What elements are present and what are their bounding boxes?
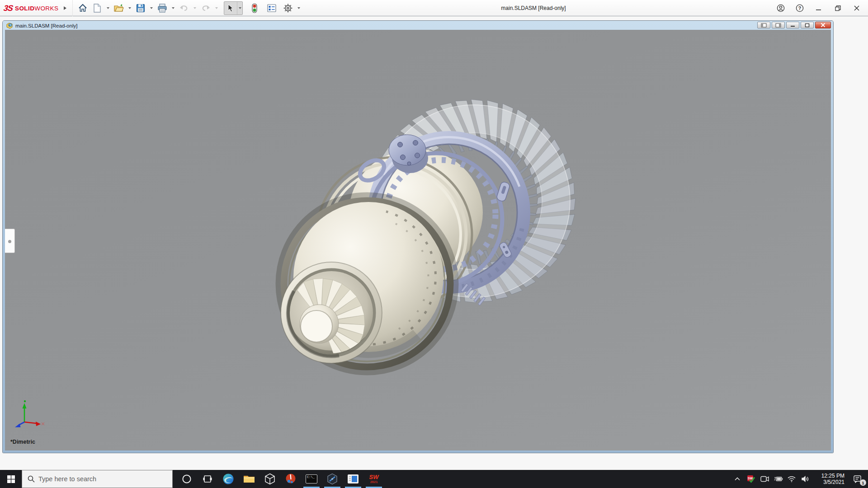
doc-split-left-button[interactable] [757, 22, 770, 28]
undo-dropdown [192, 2, 198, 14]
undo-button[interactable] [178, 2, 190, 14]
doc-restore-button[interactable] [801, 22, 814, 28]
taskbar-app-snip[interactable] [280, 470, 301, 488]
taskbar-app-command-prompt[interactable]: C:\_ [301, 470, 322, 488]
search-input[interactable] [38, 475, 156, 483]
system-tray: SW 12:25 PM 3/5/2021 1 [731, 470, 868, 488]
taskbar-app-edge[interactable] [218, 470, 239, 488]
feature-manager-collapsed-tab[interactable] [5, 229, 15, 253]
notification-badge: 1 [860, 479, 866, 486]
display-options-button[interactable] [265, 2, 278, 14]
document-window: main.SLDASM [Read-only] [3, 21, 833, 453]
open-folder-icon [114, 4, 124, 13]
quick-access-toolbar [72, 0, 302, 16]
start-button[interactable] [0, 470, 22, 488]
menu-expand-arrow-icon[interactable] [64, 6, 66, 10]
cortana-icon [182, 474, 192, 484]
tray-solidworks-status[interactable]: SW [745, 470, 757, 488]
panel-expand-handle [8, 240, 11, 243]
tray-meet-now[interactable] [759, 470, 770, 488]
doc-split-right-button[interactable] [772, 22, 785, 28]
tray-battery[interactable] [772, 470, 784, 488]
solidworks-logo: 3S SOLIDWORKS [4, 0, 66, 16]
edge-browser-icon [222, 473, 234, 485]
action-center-button[interactable]: 1 [850, 470, 865, 488]
solidworks-2021-icon: SW 2021 [369, 474, 379, 484]
gear-icon [283, 3, 293, 13]
new-document-button[interactable] [91, 2, 104, 14]
user-account-icon [777, 4, 785, 12]
cortana-button[interactable] [176, 470, 197, 488]
orientation-triad [12, 399, 47, 429]
assembly-document-icon [6, 22, 13, 29]
solidworks-check-icon: SW [747, 475, 755, 483]
save-icon [136, 4, 145, 13]
redo-icon [201, 4, 210, 12]
tray-overflow-button[interactable] [731, 470, 743, 488]
taskbar-app-3d-viewer[interactable] [259, 470, 280, 488]
home-button[interactable] [76, 2, 89, 14]
task-view-button[interactable] [197, 470, 218, 488]
undo-icon [179, 4, 189, 12]
taskbar-app-solidworks[interactable]: SW 2021 [363, 470, 384, 488]
open-button[interactable] [113, 2, 125, 14]
select-tool-button[interactable] [224, 2, 237, 14]
redo-dropdown [214, 2, 219, 14]
taskbar-clock[interactable]: 12:25 PM 3/5/2021 [816, 473, 844, 485]
doc-minimize-icon [790, 23, 795, 27]
doc-close-button[interactable] [815, 22, 831, 28]
restore-button[interactable] [830, 1, 845, 15]
svg-text:?: ? [798, 5, 801, 11]
print-button[interactable] [156, 2, 169, 14]
new-document-dropdown[interactable] [105, 2, 111, 14]
wifi-icon [788, 476, 796, 482]
graphics-viewport[interactable]: *Dimetric [5, 30, 831, 450]
restore-icon [835, 5, 841, 11]
open-dropdown[interactable] [127, 2, 132, 14]
rebuild-traffic-light-icon [252, 3, 257, 13]
document-titlebar[interactable]: main.SLDASM [Read-only] [6, 22, 77, 29]
speaker-icon [802, 476, 809, 482]
app-titlebar: 3S SOLIDWORKS [0, 0, 868, 16]
tray-network[interactable] [786, 470, 797, 488]
taskbar-search[interactable] [22, 470, 173, 488]
y-axis-arrow [23, 403, 27, 408]
select-tool-dropdown[interactable] [237, 2, 242, 14]
document-window-controls [757, 22, 831, 28]
taskbar-app-file-explorer[interactable] [239, 470, 259, 488]
z-axis-arrow [15, 424, 21, 427]
help-button[interactable]: ? [792, 1, 807, 15]
dassault-logo-glyph: 3S [3, 4, 14, 13]
save-button[interactable] [134, 2, 147, 14]
account-button[interactable] [773, 1, 788, 15]
settings-button[interactable] [282, 2, 294, 14]
hexagon-app-icon [326, 473, 338, 485]
split-pane-left-icon [761, 23, 767, 28]
app-window-title: main.SLDASM [Read-only] [495, 0, 572, 16]
save-dropdown[interactable] [149, 2, 154, 14]
new-document-icon [93, 4, 101, 13]
print-dropdown[interactable] [170, 2, 176, 14]
chevron-up-icon [735, 477, 740, 481]
doc-restore-icon [805, 23, 810, 28]
doc-close-icon [821, 23, 826, 28]
task-view-icon [203, 474, 212, 483]
taskbar-app-hexagon-tool[interactable] [322, 470, 343, 488]
tray-volume[interactable] [799, 470, 811, 488]
doc-minimize-button[interactable] [786, 22, 799, 28]
rebuild-button[interactable] [248, 2, 261, 14]
minimize-icon [816, 5, 821, 11]
triad-y-tip-dot [24, 400, 26, 402]
window-app-icon [347, 474, 359, 484]
settings-dropdown[interactable] [296, 2, 302, 14]
solidworks-wordmark: SOLIDWORKS [15, 5, 58, 12]
close-button[interactable] [849, 1, 864, 15]
redo-button[interactable] [199, 2, 212, 14]
home-icon [78, 4, 87, 13]
taskbar-app-window-tool[interactable] [343, 470, 363, 488]
app-window-controls: ? [773, 0, 864, 16]
minimize-button[interactable] [811, 1, 826, 15]
mdi-background: main.SLDASM [Read-only] [0, 16, 868, 470]
windows-logo-icon [7, 475, 15, 483]
select-cursor-icon [227, 4, 234, 12]
